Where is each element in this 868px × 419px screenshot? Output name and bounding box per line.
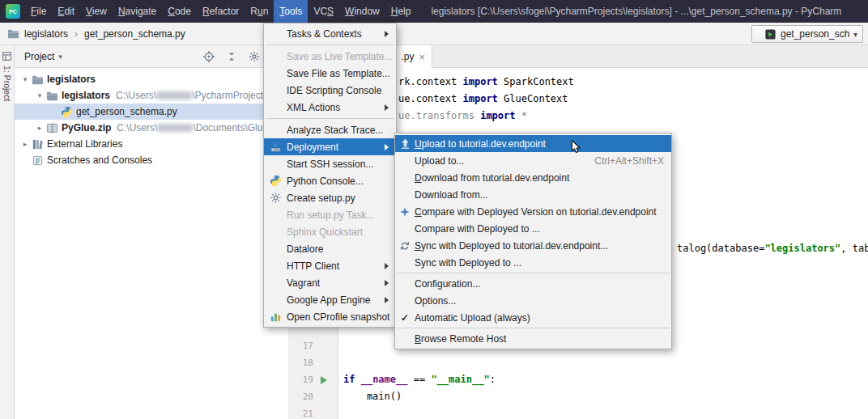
menu-file[interactable]: File — [25, 0, 52, 23]
submenu-arrow-icon — [385, 263, 389, 269]
menu-item-label: Analyze Stack Trace... — [287, 125, 383, 136]
menu-item-options[interactable]: Options... — [395, 292, 671, 309]
tree-item-legislators[interactable]: ▾legislators — [15, 71, 288, 87]
folder-icon — [31, 73, 44, 86]
code-line-19: if __name__ == "__main__": — [343, 371, 496, 388]
menu-item-python-console[interactable]: Python Console... — [264, 172, 396, 189]
tree-item-label: legislators — [47, 74, 96, 85]
menu-item-upload-to[interactable]: Upload to...Ctrl+Alt+Shift+X — [395, 152, 671, 169]
close-icon[interactable]: × — [419, 52, 425, 62]
project-tool-window-icon[interactable] — [1, 49, 14, 62]
zip-icon — [45, 121, 58, 134]
pycharm-logo-icon: PC — [6, 4, 20, 19]
menu-item-upload-to-tutorial-dev-endpoint[interactable]: Upload to tutorial.dev.endpoint — [395, 135, 671, 152]
menu-refactor[interactable]: Refactor — [197, 0, 245, 23]
menu-tools[interactable]: Tools — [274, 0, 308, 23]
collapse-all-icon[interactable] — [225, 50, 238, 63]
project-panel-title[interactable]: Project — [24, 51, 54, 62]
menu-item-compare-with-deployed-version-on-tutorial-dev-endpoint[interactable]: Compare with Deployed Version on tutoria… — [395, 203, 671, 220]
upload-icon — [395, 138, 415, 150]
menu-item-label: Sync with Deployed to tutorial.dev.endpo… — [415, 240, 608, 252]
menu-item-deployment[interactable]: Deployment — [264, 138, 396, 155]
tree-item-get-person-schema-py[interactable]: get_person_schema.py — [15, 104, 288, 120]
run-config-selector[interactable]: get_person_schema ▾ — [751, 25, 863, 43]
menu-item-compare-with-deployed-to[interactable]: Compare with Deployed to ... — [395, 220, 671, 237]
menu-item-tasks-contexts[interactable]: Tasks & Contexts — [264, 25, 396, 42]
tree-item-scratches-and-consoles[interactable]: Scratches and Consoles — [15, 152, 288, 168]
menu-item-vagrant[interactable]: Vagrant — [264, 274, 396, 291]
menu-item-configuration[interactable]: Configuration... — [395, 275, 671, 292]
submenu-arrow-icon — [385, 104, 389, 111]
chevron-down-icon[interactable]: ▾ — [58, 53, 62, 61]
menu-item-xml-actions[interactable]: XML Actions — [264, 99, 396, 116]
chevron-right-icon[interactable]: ▸ — [19, 140, 31, 148]
tree-item-label: get_person_schema.py — [76, 106, 177, 117]
menu-item-start-ssh-session[interactable]: Start SSH session... — [264, 155, 396, 172]
line-number-19: 19 — [289, 371, 313, 388]
breadcrumb-item-file[interactable]: get_person_schema.py — [84, 28, 185, 40]
menu-bar: FileEditViewNavigateCodeRefactorRunTools… — [25, 0, 416, 23]
menu-item-label: Upload to... — [415, 155, 464, 167]
tree-item-label: Scratches and Consoles — [47, 154, 152, 166]
run-config-icon — [764, 28, 777, 40]
sync-icon — [395, 240, 415, 252]
menu-item-label: Google App Engine — [287, 294, 370, 306]
menu-item-http-client[interactable]: HTTP Client — [264, 257, 396, 274]
menu-separator — [395, 271, 671, 275]
menu-separator — [264, 116, 396, 121]
menu-item-label: Run setup.py Task... — [287, 210, 375, 221]
menu-item-analyze-stack-trace[interactable]: Analyze Stack Trace... — [264, 121, 396, 138]
menu-code[interactable]: Code — [162, 0, 197, 23]
menu-item-browse-remote-host[interactable]: Browse Remote Host — [395, 330, 671, 347]
tree-item-path: C:\Users\\PycharmProjects\ — [116, 90, 270, 101]
menu-vcs[interactable]: VCS — [308, 0, 339, 23]
python-icon — [264, 175, 287, 187]
menu-item-create-setup-py[interactable]: Create setup.py — [264, 189, 396, 206]
menu-item-label: Download from... — [415, 189, 488, 201]
tree-item-external-libraries[interactable]: ▸External Libraries — [15, 136, 288, 152]
menu-item-label: Save as Live Template... — [287, 51, 393, 62]
chevron-down-icon[interactable]: ▾ — [34, 91, 45, 99]
tree-item-legislators[interactable]: ▾legislatorsC:\Users\\PycharmProjects\ — [15, 87, 288, 104]
menu-item-datalore[interactable]: Datalore — [264, 240, 396, 257]
menu-item-sync-with-deployed-to[interactable]: Sync with Deployed to ... — [395, 254, 671, 271]
tree-item-label: legislators — [62, 90, 110, 101]
run-config-label: get_person_schema — [781, 28, 849, 40]
line-number-18: 18 — [289, 354, 313, 371]
tool-window-button-project[interactable]: 1: Project — [2, 66, 12, 101]
locate-file-icon[interactable] — [202, 50, 215, 63]
menu-item-label: Vagrant — [287, 277, 320, 289]
menu-run[interactable]: Run — [245, 0, 274, 23]
menu-edit[interactable]: Edit — [52, 0, 80, 23]
menu-item-automatic-upload-always[interactable]: ✓Automatic Upload (always) — [395, 309, 671, 326]
line-number-20: 20 — [289, 388, 313, 405]
menu-item-open-cprofile-snapshot[interactable]: Open CProfile snapshot — [264, 308, 396, 325]
code-line-20: main() — [343, 388, 402, 405]
menu-navigate[interactable]: Navigate — [113, 0, 162, 23]
menu-item-google-app-engine[interactable]: Google App Engine — [264, 291, 396, 308]
run-line-icon[interactable] — [321, 376, 327, 384]
tools-menu: Tasks & ContextsSave as Live Template...… — [263, 23, 397, 328]
menu-item-save-file-as-template[interactable]: Save File as Template... — [264, 65, 396, 82]
menu-item-ide-scripting-console[interactable]: IDE Scripting Console — [264, 82, 396, 99]
chevron-down-icon[interactable]: ▾ — [19, 75, 31, 83]
breadcrumb-item-project[interactable]: legislators — [24, 28, 68, 40]
settings-gear-icon[interactable] — [248, 50, 261, 63]
line-number-21: 21 — [289, 405, 313, 419]
menu-view[interactable]: View — [80, 0, 113, 23]
tree-item-pyglue-zip[interactable]: ▸PyGlue.zipC:\Users\\Documents\Glue\ — [15, 120, 288, 136]
menu-item-label: Options... — [415, 295, 456, 307]
menu-item-label: Start SSH session... — [287, 159, 373, 170]
menu-item-download-from[interactable]: Download from... — [395, 186, 671, 203]
menu-item-label: Upload to tutorial.dev.endpoint — [415, 138, 546, 150]
menu-item-label: Datalore — [287, 243, 323, 255]
menu-window[interactable]: Window — [339, 0, 385, 23]
menu-help[interactable]: Help — [385, 0, 417, 23]
menu-item-sync-with-deployed-to-tutorial-dev-endpoint[interactable]: Sync with Deployed to tutorial.dev.endpo… — [395, 237, 671, 254]
chevron-right-icon[interactable]: ▸ — [34, 124, 45, 132]
menu-item-label: Tasks & Contexts — [287, 28, 362, 40]
menu-item-download-from-tutorial-dev-endpoint[interactable]: Download from tutorial.dev.endpoint — [395, 169, 671, 186]
menu-item-label: HTTP Client — [287, 260, 339, 272]
redacted-username — [156, 91, 192, 99]
editor-tab-label: .py — [401, 51, 414, 62]
